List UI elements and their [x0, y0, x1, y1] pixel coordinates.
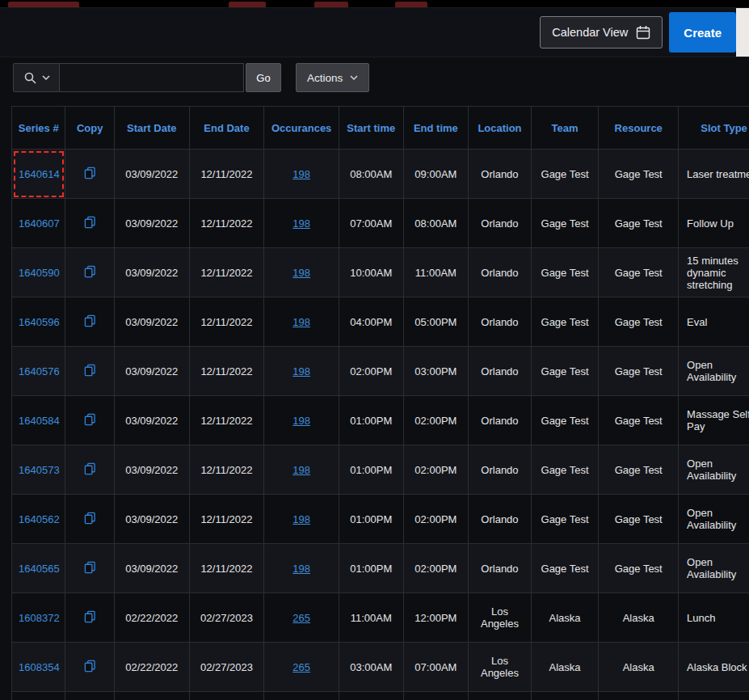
end-time-cell: 02:00PM	[403, 396, 469, 445]
occurances-link[interactable]: 198	[292, 267, 310, 279]
copy-icon[interactable]	[84, 660, 96, 673]
end-date-cell: 12/11/2022	[189, 150, 264, 199]
location-cell: Ocoee	[469, 692, 532, 700]
series-link[interactable]: 1608372	[19, 612, 60, 624]
table-row: 164060703/09/202212/11/202219807:00AM08:…	[12, 199, 749, 248]
series-link[interactable]: 1640607	[19, 217, 60, 230]
series-link[interactable]: 1640573	[19, 464, 60, 476]
copy-icon[interactable]	[84, 167, 96, 179]
end-time-cell: 02:00PM	[403, 495, 469, 544]
table-row: 164057303/09/202212/11/202219801:00PM02:…	[12, 445, 749, 495]
column-header-team[interactable]: Team	[531, 107, 599, 150]
end-time-cell: 09:00AM	[403, 150, 469, 199]
occurances-link[interactable]: 198	[292, 513, 310, 525]
resource-cell: Gage Test	[599, 396, 679, 445]
copy-icon[interactable]	[84, 462, 96, 475]
copy-icon[interactable]	[84, 610, 96, 623]
start-time-cell: 02:00PM	[339, 347, 403, 396]
end-date-cell: 02/27/2023	[189, 593, 264, 643]
column-header-end-time[interactable]: End time	[403, 107, 469, 150]
series-table: Series # Copy Start Date End Date Occura…	[11, 106, 749, 700]
column-header-location[interactable]: Location	[469, 107, 532, 150]
copy-icon[interactable]	[84, 216, 96, 229]
series-link[interactable]: 1608354	[19, 661, 60, 673]
series-link[interactable]: 1640565	[19, 563, 60, 575]
browser-tab-stub[interactable]	[8, 2, 79, 7]
create-button[interactable]: Create	[669, 12, 736, 53]
copy-icon[interactable]	[84, 561, 96, 574]
series-cell: 1608372	[12, 593, 65, 643]
occurances-link[interactable]: 198	[292, 563, 310, 575]
copy-icon[interactable]	[84, 512, 96, 525]
column-header-slot-type[interactable]: Slot Type	[679, 107, 749, 150]
column-header-start-time[interactable]: Start time	[339, 107, 403, 150]
series-link[interactable]: 1640614	[19, 168, 60, 180]
column-header-occurances[interactable]: Occurances	[264, 107, 339, 150]
actions-button[interactable]: Actions	[296, 63, 369, 92]
occurances-link[interactable]: 198	[292, 168, 310, 180]
search-options-button[interactable]	[13, 63, 60, 92]
end-date-cell: 12/28/2022	[189, 692, 264, 700]
location-cell: Orlando	[469, 248, 532, 297]
occurances-link[interactable]: 265	[292, 612, 310, 624]
table-row: 148755602/08/202212/28/202226312:05AM12:…	[12, 692, 749, 700]
location-cell: Orlando	[469, 445, 532, 495]
copy-cell	[65, 297, 114, 347]
series-link[interactable]: 1640590	[19, 267, 60, 279]
calendar-view-label: Calendar View	[552, 26, 628, 39]
occurances-link[interactable]: 198	[292, 415, 310, 427]
column-header-copy[interactable]: Copy	[65, 107, 114, 150]
occurances-link[interactable]: 198	[292, 217, 310, 230]
resource-cell: Gage Test	[599, 445, 679, 495]
table-row: 164056203/09/202212/11/202219801:00PM02:…	[12, 495, 749, 544]
search-input[interactable]	[60, 63, 244, 92]
location-cell: Orlando	[469, 396, 532, 445]
copy-cell	[65, 692, 114, 700]
occurances-cell: 198	[264, 396, 339, 445]
calendar-view-button[interactable]: Calendar View	[540, 16, 663, 48]
start-time-cell: 08:00AM	[339, 150, 403, 199]
occurances-link[interactable]: 198	[292, 365, 310, 377]
start-time-cell: 04:00PM	[339, 297, 403, 347]
copy-icon[interactable]	[84, 364, 96, 377]
series-link[interactable]: 1640562	[19, 513, 60, 525]
series-link[interactable]: 1640596	[19, 316, 60, 328]
column-header-end-date[interactable]: End Date	[189, 107, 264, 150]
occurances-cell: 198	[264, 495, 339, 544]
column-header-resource[interactable]: Resource	[599, 107, 679, 150]
end-date-cell: 12/11/2022	[189, 347, 264, 396]
table-row: 164059603/09/202212/11/202219804:00PM05:…	[12, 297, 749, 347]
series-cell: 1487556	[12, 692, 65, 700]
go-button[interactable]: Go	[246, 63, 281, 92]
team-cell: Gage Test	[531, 495, 599, 544]
copy-cell	[65, 396, 114, 445]
slot-type-cell: Massage Self Pay	[679, 396, 749, 445]
copy-icon[interactable]	[84, 314, 96, 327]
copy-icon[interactable]	[84, 265, 96, 278]
copy-icon[interactable]	[84, 413, 96, 426]
copy-cell	[65, 199, 114, 248]
team-cell: Gage Test	[531, 396, 599, 445]
team-cell: Gage Test	[531, 544, 599, 593]
slot-type-cell: Eval	[679, 297, 749, 347]
series-link[interactable]: 1640576	[19, 365, 60, 377]
browser-tab-stub[interactable]	[229, 2, 266, 7]
series-link[interactable]: 1640584	[19, 415, 60, 427]
copy-cell	[65, 544, 114, 593]
end-time-cell: 12:00PM	[403, 593, 469, 643]
table-row: 164056503/09/202212/11/202219801:00PM02:…	[12, 544, 749, 593]
start-time-cell: 03:00AM	[339, 643, 403, 692]
team-cell: TEAM PURPLE	[531, 692, 599, 700]
column-header-start-date[interactable]: Start Date	[114, 107, 189, 150]
team-cell: Gage Test	[531, 150, 599, 199]
occurances-link[interactable]: 198	[292, 464, 310, 476]
column-header-series[interactable]: Series #	[12, 107, 65, 150]
table-body: 164061403/09/202212/11/202219808:00AM09:…	[12, 150, 749, 700]
end-time-cell: 08:00AM	[403, 199, 469, 248]
series-cell: 1640562	[12, 495, 65, 544]
browser-tab-stub[interactable]	[314, 2, 348, 7]
occurances-link[interactable]: 265	[292, 661, 310, 673]
occurances-link[interactable]: 198	[292, 316, 310, 328]
browser-tab-stub[interactable]	[395, 2, 427, 7]
table-row: 164057603/09/202212/11/202219802:00PM03:…	[12, 347, 749, 396]
